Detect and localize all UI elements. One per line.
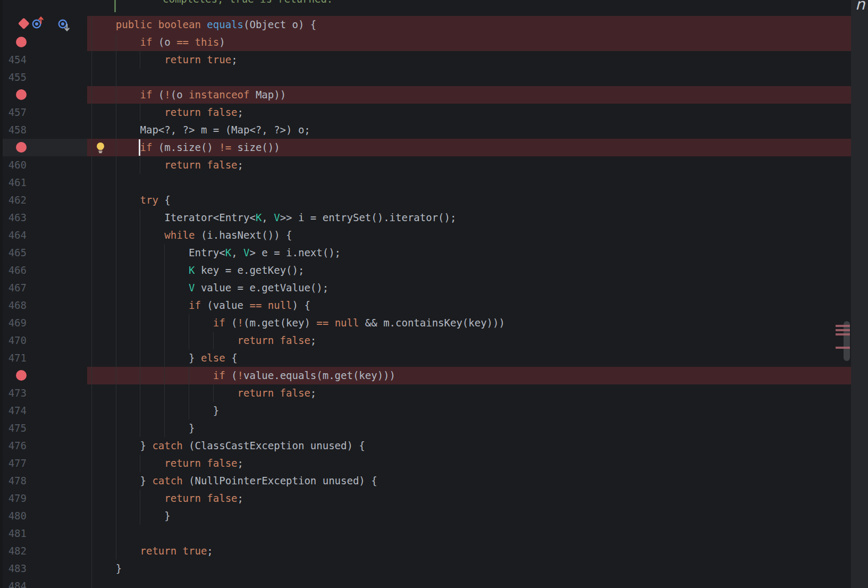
- line-number[interactable]: 467: [0, 279, 27, 297]
- line-number[interactable]: 464: [0, 226, 27, 244]
- line-number[interactable]: 484: [0, 577, 27, 588]
- code-line-464[interactable]: 464 while (i.hasNext()) {: [0, 226, 851, 244]
- gutter-method-icons: [0, 16, 74, 33]
- line-number[interactable]: 478: [0, 472, 27, 490]
- code-text: try {: [91, 191, 171, 209]
- code-line-467[interactable]: 467 V value = e.getValue();: [0, 279, 851, 297]
- line-number[interactable]: 471: [0, 349, 27, 367]
- line-number[interactable]: 466: [0, 262, 27, 279]
- code-line-473[interactable]: 473 return false;: [0, 384, 851, 402]
- current-line-gutter-tint: [3, 139, 87, 156]
- line-number[interactable]: 457: [0, 104, 27, 121]
- line-number[interactable]: 455: [0, 69, 27, 86]
- code-text: Map<?, ?> m = (Map<?, ?>) o;: [91, 121, 310, 139]
- code-line-481[interactable]: 481: [0, 525, 851, 542]
- code-line-463[interactable]: 463 Iterator<Entry<K, V>> i = entrySet()…: [0, 209, 851, 226]
- code-line-472[interactable]: if (!value.equals(m.get(key))): [0, 367, 851, 384]
- side-panel-text: n: [855, 0, 865, 13]
- right-panel-strip: [851, 0, 868, 588]
- code-line-455[interactable]: 455: [0, 69, 851, 86]
- line-number[interactable]: 473: [0, 384, 27, 402]
- code-line-483[interactable]: 483 }: [0, 560, 851, 577]
- code-text: }: [91, 402, 219, 419]
- code-line-465[interactable]: 465 Entry<K, V> e = i.next();: [0, 244, 851, 262]
- code-text: if (!(m.get(key) == null && m.containsKe…: [91, 314, 505, 332]
- scrollbar-breakpoint-mark: [836, 347, 850, 349]
- code-text: return true;: [91, 542, 213, 560]
- breakpoint-icon[interactable]: [16, 370, 27, 381]
- line-number[interactable]: 458: [0, 121, 27, 139]
- line-number[interactable]: 463: [0, 209, 27, 226]
- code-text: return false;: [91, 332, 316, 349]
- code-editor-window: completes, true is returned. public bool…: [0, 0, 868, 588]
- code-text: return false;: [91, 490, 243, 507]
- code-line-478[interactable]: 478 } catch (NullPointerException unused…: [0, 472, 851, 490]
- line-number[interactable]: 475: [0, 419, 27, 437]
- code-line-471[interactable]: 471 } else {: [0, 349, 851, 367]
- code-line-477[interactable]: 477 return false;: [0, 455, 851, 472]
- line-number[interactable]: 468: [0, 297, 27, 314]
- line-number[interactable]: 474: [0, 402, 27, 419]
- line-number[interactable]: 465: [0, 244, 27, 262]
- line-number[interactable]: 470: [0, 332, 27, 349]
- line-number[interactable]: 480: [0, 507, 27, 525]
- line-number[interactable]: 481: [0, 525, 27, 542]
- code-line-482[interactable]: 482 return true;: [0, 542, 851, 560]
- code-text: Entry<K, V> e = i.next();: [91, 244, 341, 262]
- go-to-implementation-icon[interactable]: [59, 20, 69, 31]
- line-number[interactable]: 462: [0, 191, 27, 209]
- scrollbar-thumb[interactable]: [844, 321, 850, 361]
- code-line-466[interactable]: 466 K key = e.getKey();: [0, 262, 851, 279]
- code-line-454[interactable]: 454 return true;: [0, 51, 851, 69]
- code-text: }: [91, 560, 122, 577]
- code-line-474[interactable]: 474 }: [0, 402, 851, 419]
- code-line-468[interactable]: 468 if (value == null) {: [0, 297, 851, 314]
- line-number[interactable]: 482: [0, 542, 27, 560]
- code-line-461[interactable]: 461: [0, 174, 851, 191]
- indent-guide: [91, 525, 92, 542]
- code-rows: public boolean equals(Object o) { if (o …: [0, 0, 851, 588]
- breakpoint-icon[interactable]: [16, 142, 27, 153]
- indent-guide: [116, 69, 116, 86]
- line-number[interactable]: 461: [0, 174, 27, 191]
- code-line-458[interactable]: 458 Map<?, ?> m = (Map<?, ?>) o;: [0, 121, 851, 139]
- code-text: } catch (ClassCastException unused) {: [91, 437, 365, 455]
- method-breakpoint-diamond-icon[interactable]: [18, 18, 30, 29]
- code-line-469[interactable]: 469 if (!(m.get(key) == null && m.contai…: [0, 314, 851, 332]
- code-text: while (i.hasNext()) {: [91, 226, 292, 244]
- code-text: V value = e.getValue();: [91, 279, 328, 297]
- line-number[interactable]: 469: [0, 314, 27, 332]
- code-text: K key = e.getKey();: [91, 262, 304, 279]
- code-text: if (o == this): [91, 33, 225, 51]
- code-text: return true;: [91, 51, 238, 69]
- line-number[interactable]: 476: [0, 437, 27, 455]
- line-number[interactable]: 460: [0, 156, 27, 174]
- code-line-484[interactable]: 484: [0, 577, 851, 588]
- code-line-470[interactable]: 470 return false;: [0, 332, 851, 349]
- indent-guide: [91, 69, 92, 86]
- code-line-479[interactable]: 479 return false;: [0, 490, 851, 507]
- code-line-462[interactable]: 462 try {: [0, 191, 851, 209]
- line-number[interactable]: 454: [0, 51, 27, 69]
- scrollbar-breakpoint-mark: [836, 325, 850, 327]
- code-text: return false;: [91, 384, 316, 402]
- breakpoint-icon[interactable]: [16, 89, 27, 100]
- code-line-480[interactable]: 480 }: [0, 507, 851, 525]
- code-text: return false;: [91, 104, 243, 121]
- code-line-459[interactable]: if (m.size() != size()): [0, 139, 851, 156]
- code-line-457[interactable]: 457 return false;: [0, 104, 851, 121]
- go-to-super-method-icon[interactable]: [33, 18, 43, 28]
- line-number[interactable]: 483: [0, 560, 27, 577]
- code-line-460[interactable]: 460 return false;: [0, 156, 851, 174]
- breakpoint-icon[interactable]: [16, 37, 27, 47]
- line-number[interactable]: 479: [0, 490, 27, 507]
- code-line-475[interactable]: 475 }: [0, 419, 851, 437]
- indent-guide: [116, 525, 116, 542]
- code-line-456[interactable]: if (!(o instanceof Map)): [0, 86, 851, 104]
- line-number[interactable]: 477: [0, 455, 27, 472]
- code-text: } catch (NullPointerException unused) {: [91, 472, 377, 490]
- code-line-453[interactable]: if (o == this): [0, 33, 851, 51]
- code-text: }: [91, 419, 195, 437]
- code-line-476[interactable]: 476 } catch (ClassCastException unused) …: [0, 437, 851, 455]
- code-line-452[interactable]: public boolean equals(Object o) {: [0, 16, 851, 33]
